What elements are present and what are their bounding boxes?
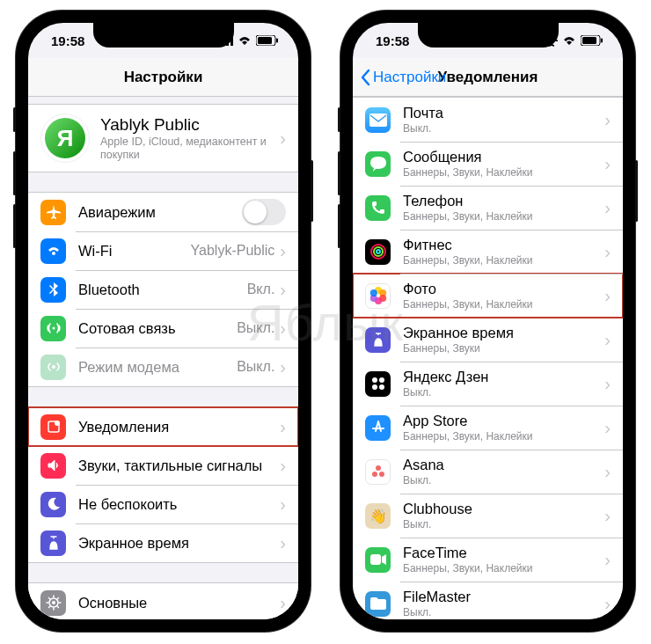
row-sub: Баннеры, Звуки, Наклейки <box>403 210 604 223</box>
svg-rect-5 <box>258 37 272 44</box>
chevron-right-icon: › <box>604 331 611 348</box>
chevron-right-icon: › <box>604 551 611 568</box>
row-sub: Баннеры, Звуки, Наклейки <box>403 298 604 311</box>
notifications-icon <box>40 414 66 440</box>
svg-point-39 <box>379 384 384 390</box>
row-title: App Store <box>403 412 604 430</box>
svg-point-28 <box>374 247 383 256</box>
fitness-row[interactable]: ФитнесБаннеры, Звуки, Наклейки› <box>353 230 623 274</box>
notifications-row[interactable]: Уведомления› <box>28 407 298 446</box>
chevron-right-icon: › <box>280 594 286 611</box>
row-title: Экранное время <box>403 324 604 342</box>
svg-point-35 <box>369 289 377 296</box>
wifi-icon <box>238 35 252 46</box>
sounds-icon <box>40 453 66 479</box>
chevron-right-icon: › <box>280 495 286 513</box>
photos-icon <box>365 283 391 309</box>
row-title: Яндекс Дзен <box>403 368 604 386</box>
row-sub: Баннеры, Звуки, Наклейки <box>403 562 604 574</box>
svg-rect-6 <box>276 39 278 43</box>
notch <box>418 23 559 48</box>
row-title: Фото <box>403 280 604 298</box>
phone-icon <box>365 195 391 221</box>
chevron-right-icon: › <box>280 319 286 337</box>
row-sub: Баннеры, Звуки, Наклейки <box>403 254 604 267</box>
asana-row[interactable]: AsanaВыкл.› <box>353 450 623 494</box>
row-title: Авиарежим <box>78 203 242 222</box>
account-sub: Apple ID, iCloud, медиаконтент и покупки <box>100 135 280 162</box>
cellular-icon <box>40 316 66 341</box>
svg-point-42 <box>379 472 384 477</box>
svg-point-8 <box>52 365 55 369</box>
appstore-row[interactable]: App StoreБаннеры, Звуки, Наклейки› <box>353 406 623 450</box>
row-value: Yablyk-Public <box>191 243 275 259</box>
chevron-left-icon <box>360 69 370 86</box>
chevron-right-icon: › <box>280 129 286 147</box>
row-sub: Баннеры, Звуки <box>403 342 604 355</box>
nav-title: Уведомления <box>438 69 538 86</box>
row-title: Телефон <box>403 192 604 210</box>
row-title: Asana <box>403 456 604 474</box>
svg-rect-43 <box>370 554 381 565</box>
mail-row[interactable]: ПочтаВыкл.› <box>353 98 623 142</box>
phone-row[interactable]: ТелефонБаннеры, Звуки, Наклейки› <box>353 186 623 230</box>
svg-point-12 <box>52 601 55 604</box>
row-value: Выкл. <box>237 359 274 375</box>
nav-back-button[interactable]: Настройки <box>360 69 446 86</box>
apple-id-row[interactable]: Я Yablyk Public Apple ID, iCloud, медиак… <box>28 105 298 172</box>
clubhouse-row[interactable]: 👋ClubhouseВыкл.› <box>353 494 623 538</box>
screentime2-icon <box>365 327 391 353</box>
filemaster-row[interactable]: FileMasterВыкл.› <box>353 582 623 619</box>
chevron-right-icon: › <box>604 507 611 524</box>
svg-point-37 <box>379 377 384 383</box>
row-title: FileMaster <box>403 588 604 606</box>
general-row[interactable]: Основные› <box>28 583 298 619</box>
chevron-right-icon: › <box>604 419 611 436</box>
row-title: Режим модема <box>78 358 237 377</box>
chevron-right-icon: › <box>604 463 611 480</box>
sounds-row[interactable]: Звуки, тактильные сигналы› <box>28 446 298 485</box>
screentime2-row[interactable]: Экранное времяБаннеры, Звуки› <box>353 318 623 362</box>
chevron-right-icon: › <box>604 199 611 216</box>
hotspot-icon <box>40 355 66 380</box>
row-title: Уведомления <box>78 418 280 436</box>
chevron-right-icon: › <box>604 375 611 392</box>
account-name: Yablyk Public <box>100 114 280 135</box>
svg-point-7 <box>52 327 55 330</box>
row-title: Экранное время <box>78 534 280 553</box>
chevron-right-icon: › <box>280 242 286 260</box>
cellular-row[interactable]: Сотовая связьВыкл.› <box>28 309 298 348</box>
row-sub: Баннеры, Звуки, Наклейки <box>403 430 604 443</box>
svg-point-40 <box>376 465 381 471</box>
battery-icon <box>256 35 279 46</box>
bluetooth-row[interactable]: BluetoothВкл.› <box>28 270 298 309</box>
mail-icon <box>365 107 391 133</box>
zen-icon <box>365 371 391 397</box>
airplane-icon <box>40 200 66 225</box>
messages-row[interactable]: СообщенияБаннеры, Звуки, Наклейки› <box>353 142 623 186</box>
chevron-right-icon: › <box>280 358 286 376</box>
hotspot-row[interactable]: Режим модемаВыкл.› <box>28 348 298 386</box>
screentime-row[interactable]: Экранное время› <box>28 523 298 562</box>
messages-icon <box>365 151 391 177</box>
settings-scroll[interactable]: Я Yablyk Public Apple ID, iCloud, медиак… <box>28 97 298 619</box>
row-sub: Выкл. <box>403 606 604 618</box>
wifi-row[interactable]: Wi-FiYablyk-Public› <box>28 231 298 270</box>
facetime-row[interactable]: FaceTimeБаннеры, Звуки, Наклейки› <box>353 538 623 582</box>
photos-row[interactable]: ФотоБаннеры, Звуки, Наклейки› <box>353 274 623 318</box>
dnd-row[interactable]: Не беспокоить› <box>28 485 298 523</box>
facetime-icon <box>365 547 391 573</box>
nav-bar: Настройки Уведомления <box>353 58 623 97</box>
row-sub: Выкл. <box>403 122 604 135</box>
notifications-scroll[interactable]: ПочтаВыкл.›СообщенияБаннеры, Звуки, Накл… <box>353 97 623 619</box>
chevron-right-icon: › <box>280 534 286 552</box>
zen-row[interactable]: Яндекс ДзенВыкл.› <box>353 362 623 406</box>
svg-point-29 <box>377 250 380 253</box>
svg-point-36 <box>372 377 377 383</box>
phone-frame-right: 19:58 Настройки Уведомления ПочтаВыкл.›С… <box>340 11 635 632</box>
wifi-icon <box>40 238 66 264</box>
bluetooth-icon <box>40 277 66 303</box>
dnd-icon <box>40 492 66 517</box>
toggle[interactable] <box>242 199 286 225</box>
airplane-row[interactable]: Авиарежим <box>28 193 298 231</box>
